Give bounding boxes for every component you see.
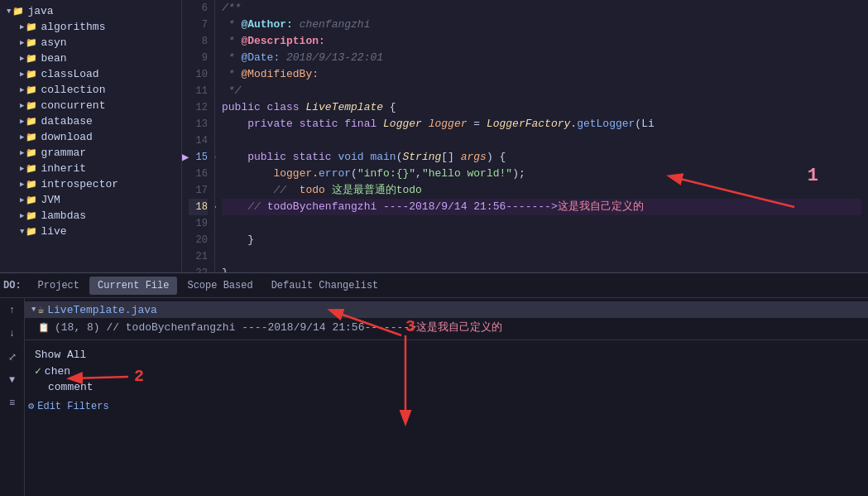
tree-item-algorithms[interactable]: ▶ 📁 algorithms	[0, 19, 181, 35]
expand-icon-jvm: ▶	[20, 195, 24, 205]
folder-icon-introspector: 📁	[26, 179, 37, 190]
tree-item-classload[interactable]: ▶ 📁 classLoad	[0, 66, 181, 82]
tree-item-introspector[interactable]: ▶ 📁 introspector	[0, 176, 181, 192]
tree-item-live[interactable]: ▼ 📁 live	[0, 224, 181, 239]
expand-icon-inherit: ▶	[20, 164, 24, 173]
sidebar-btn-up[interactable]: ↑	[3, 301, 22, 320]
expand-icon-lambdas: ▶	[20, 211, 24, 220]
tree-label-jvm: JVM	[41, 194, 60, 206]
code-line-19	[222, 215, 861, 232]
line-num-17: 17	[189, 182, 208, 199]
line-num-7: 7	[189, 17, 208, 33]
line-num-11: 11	[189, 83, 208, 99]
expand-icon-asyn: ▶	[20, 38, 24, 47]
tree-item-java[interactable]: ▼ 📁 java	[0, 3, 181, 19]
code-line-8: * @Description:	[222, 33, 861, 50]
tree-label-concurrent: concurrent	[41, 99, 105, 112]
line-num-18: 18	[189, 199, 208, 215]
line-num-14: 14	[189, 132, 208, 149]
tree-item-asyn[interactable]: ▶ 📁 asyn	[0, 35, 181, 51]
panel-content: ▼ ☕ LiveTemplate.java 📋 (18, 8) // todoB…	[25, 298, 868, 496]
folder-icon-download: 📁	[26, 132, 37, 142]
expand-icon-java: ▼	[7, 7, 11, 16]
line-num-12: 12	[189, 99, 208, 116]
tree-label-java: java	[27, 5, 53, 17]
filter-chen[interactable]: ✓ chen	[31, 363, 861, 379]
filter-check-chen: ✓	[35, 364, 41, 378]
line-num-15: ▶15	[189, 149, 208, 166]
tab-project[interactable]: Project	[30, 277, 88, 295]
sidebar-btn-expand[interactable]: ⤢	[3, 348, 22, 366]
tab-default-changelist[interactable]: Default Changelist	[263, 277, 387, 295]
editor-area: 6 7 8 9 10 11 12 13 14 ▶15 16 17 18 19	[182, 0, 868, 272]
todo-result-item[interactable]: 📋 (18, 8) // todoBychenfangzhi ----2018/…	[25, 318, 868, 336]
code-line-22: }	[222, 265, 861, 272]
folder-icon-bean: 📁	[26, 53, 37, 64]
tree-item-inherit[interactable]: ▶ 📁 inherit	[0, 161, 181, 176]
code-line-13: private static final Logger logger = Log…	[222, 116, 861, 132]
code-line-6: /**	[222, 0, 861, 17]
folder-icon-concurrent: 📁	[26, 100, 37, 111]
filter-label-chen: chen	[45, 365, 70, 378]
code-line-14	[222, 132, 861, 149]
tab-scope-based[interactable]: Scope Based	[179, 277, 261, 295]
tree-label-database: database	[41, 115, 92, 128]
tree-item-collection[interactable]: ▶ 📁 collection	[0, 82, 181, 98]
expand-icon-algorithms: ▶	[20, 22, 24, 31]
line-num-8: 8	[189, 33, 208, 50]
expand-icon-classload: ▶	[20, 70, 24, 79]
code-line-9: * @Date: 2018/9/13-22:01	[222, 50, 861, 66]
code-line-7: * @Author: chenfangzhi	[222, 17, 861, 33]
line-num-10: 10	[189, 66, 208, 83]
expand-icon-grammar: ▶	[20, 148, 24, 157]
show-all-label: Show All	[35, 349, 86, 361]
filter-show-all[interactable]: Show All	[31, 347, 861, 363]
file-tree-item-livetemplate[interactable]: ▼ ☕ LiveTemplate.java	[25, 301, 868, 318]
code-line-15: ▶ public static void main(String[] args)…	[222, 149, 861, 166]
divider-1	[25, 339, 868, 340]
expand-icon-live: ▼	[20, 228, 24, 236]
tree-item-database[interactable]: ▶ 📁 database	[0, 113, 181, 129]
tab-current-file[interactable]: Current File	[89, 277, 177, 295]
filter-label-comment: comment	[48, 381, 94, 393]
edit-filters-btn[interactable]: ⚙ Edit Filters	[25, 398, 868, 414]
panel-body: ↑ ↓ ⤢ ▼ ≡ ▼ ☕ LiveTemplate.java	[0, 298, 868, 496]
todo-result-text: (18, 8) // todoBychenfangzhi ----2018/9/…	[55, 320, 502, 335]
expand-icon-introspector: ▶	[20, 180, 24, 189]
code-line-18: ◆ // todoBychenfangzhi ----2018/9/14 21:…	[222, 199, 861, 215]
edit-filters-label: Edit Filters	[37, 401, 108, 412]
line-num-22: 22	[189, 265, 208, 272]
filter-comment[interactable]: comment	[31, 379, 861, 395]
sidebar-btn-group[interactable]: ≡	[3, 394, 22, 412]
tree-label-asyn: asyn	[41, 36, 66, 49]
tree-item-grammar[interactable]: ▶ 📁 grammar	[0, 145, 181, 161]
line-num-9: 9	[189, 50, 208, 66]
line-numbers: 6 7 8 9 10 11 12 13 14 ▶15 16 17 18 19	[182, 0, 215, 272]
file-name-livetemplate: LiveTemplate.java	[47, 304, 157, 316]
tree-item-concurrent[interactable]: ▶ 📁 concurrent	[0, 98, 181, 113]
tree-item-bean[interactable]: ▶ 📁 bean	[0, 51, 181, 66]
code-line-21	[222, 248, 861, 265]
expand-icon-database: ▶	[20, 117, 24, 126]
expand-icon-concurrent: ▶	[20, 101, 24, 110]
folder-icon-lambdas: 📁	[26, 210, 37, 221]
tree-label-introspector: introspector	[41, 178, 118, 190]
code-editor[interactable]: /** * @Author: chenfangzhi * @Descriptio…	[215, 0, 868, 272]
code-comment-6: /**	[222, 2, 241, 14]
tree-item-lambdas[interactable]: ▶ 📁 lambdas	[0, 208, 181, 224]
tree-item-jvm[interactable]: ▶ 📁 JVM	[0, 192, 181, 208]
folder-icon-inherit: 📁	[26, 163, 37, 174]
gear-icon: ⚙	[28, 400, 34, 412]
folder-icon-algorithms: 📁	[26, 22, 37, 32]
filter-check-comment-empty	[35, 381, 45, 393]
tree-label-classload: classLoad	[41, 68, 98, 80]
sidebar-btn-down[interactable]: ↓	[3, 325, 22, 343]
sidebar-btn-filter[interactable]: ▼	[3, 371, 22, 389]
folder-icon-java: 📁	[12, 6, 24, 17]
tree-item-download[interactable]: ▶ 📁 download	[0, 129, 181, 145]
expand-icon-collection: ▶	[20, 85, 24, 94]
folder-icon-asyn: 📁	[26, 37, 37, 48]
java-file-icon: ☕	[37, 303, 44, 316]
folder-icon-jvm: 📁	[26, 195, 37, 205]
code-line-20: }	[222, 232, 861, 248]
